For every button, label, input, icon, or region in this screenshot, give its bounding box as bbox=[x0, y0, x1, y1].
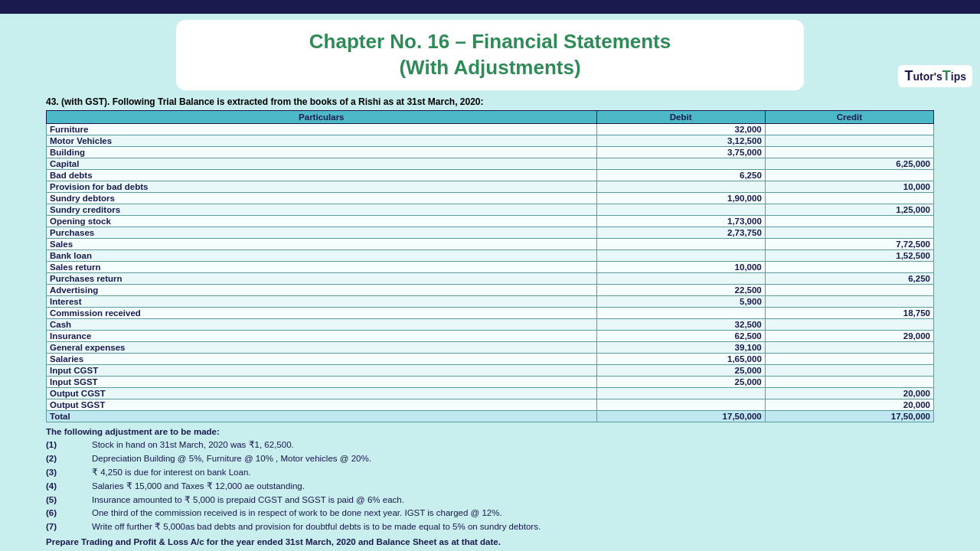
cell-credit bbox=[765, 123, 933, 135]
table-row: Input CGST25,000 bbox=[47, 364, 934, 376]
table-row: General expenses39,100 bbox=[47, 341, 934, 353]
final-instruction: Prepare Trading and Profit & Loss A/c fo… bbox=[46, 536, 934, 549]
adjustment-num: (2) bbox=[46, 452, 92, 466]
cell-credit: 20,000 bbox=[765, 399, 933, 410]
adjustment-num: (4) bbox=[46, 480, 92, 494]
header-box: Chapter No. 16 – Financial Statements (W… bbox=[176, 20, 804, 90]
cell-debit: 25,000 bbox=[596, 376, 765, 387]
table-row: Output CGST20,000 bbox=[47, 387, 934, 399]
adjustment-item: (7)Write off further ₹ 5,000as bad debts… bbox=[46, 520, 934, 534]
cell-credit bbox=[765, 146, 933, 158]
table-row: Interest5,900 bbox=[47, 295, 934, 307]
adjustments-heading: The following adjustment are to be made: bbox=[46, 425, 934, 439]
cell-credit: 10,000 bbox=[765, 181, 933, 192]
cell-debit: 1,90,000 bbox=[596, 192, 765, 204]
table-row: Sundry debtors1,90,000 bbox=[47, 192, 934, 204]
cell-particular: Input SGST bbox=[47, 376, 597, 387]
cell-credit bbox=[765, 192, 933, 204]
table-row: Purchases return6,250 bbox=[47, 272, 934, 284]
cell-particular: Opening stock bbox=[47, 215, 597, 227]
cell-credit bbox=[765, 261, 933, 272]
cell-credit bbox=[765, 227, 933, 238]
question-label: 43. (with GST). Following Trial Balance … bbox=[46, 96, 934, 107]
cell-debit bbox=[596, 158, 765, 169]
adjustment-text: Write off further ₹ 5,000as bad debts an… bbox=[92, 520, 934, 534]
cell-particular: Capital bbox=[47, 158, 597, 169]
adjustment-num: (3) bbox=[46, 466, 92, 480]
cell-debit bbox=[596, 387, 765, 399]
adjustment-item: (4)Salaries ₹ 15,000 and Taxes ₹ 12,000 … bbox=[46, 480, 934, 494]
cell-credit: 20,000 bbox=[765, 387, 933, 399]
cell-particular: Sales return bbox=[47, 261, 597, 272]
adjustment-text: Insurance amounted to ₹ 5,000 is prepaid… bbox=[92, 494, 934, 507]
cell-debit: 2,73,750 bbox=[596, 227, 765, 238]
table-row: Building3,75,000 bbox=[47, 146, 934, 158]
cell-credit bbox=[765, 215, 933, 227]
col-header-credit: Credit bbox=[765, 110, 933, 123]
cell-debit: 62,500 bbox=[596, 330, 765, 341]
table-row: Salaries1,65,000 bbox=[47, 353, 934, 364]
adjustment-num: (7) bbox=[46, 520, 92, 534]
cell-credit bbox=[765, 318, 933, 330]
cell-debit: 32,000 bbox=[596, 123, 765, 135]
cell-debit: 3,12,500 bbox=[596, 135, 765, 146]
cell-particular: Purchases return bbox=[47, 272, 597, 284]
content-area: 43. (with GST). Following Trial Balance … bbox=[46, 96, 934, 549]
trial-balance-table: Particulars Debit Credit Furniture32,000… bbox=[46, 110, 934, 422]
cell-particular: Furniture bbox=[47, 123, 597, 135]
adjustment-text: Salaries ₹ 15,000 and Taxes ₹ 12,000 ae … bbox=[92, 480, 934, 494]
cell-credit: 29,000 bbox=[765, 330, 933, 341]
cell-particular: Building bbox=[47, 146, 597, 158]
cell-credit: 17,50,000 bbox=[765, 410, 933, 422]
adjustment-text: One third of the commission received is … bbox=[92, 507, 934, 520]
cell-credit bbox=[765, 135, 933, 146]
table-row: Capital6,25,000 bbox=[47, 158, 934, 169]
cell-credit bbox=[765, 295, 933, 307]
cell-debit bbox=[596, 307, 765, 318]
cell-particular: Output SGST bbox=[47, 399, 597, 410]
table-row: Sales7,72,500 bbox=[47, 238, 934, 249]
table-row: Cash32,500 bbox=[47, 318, 934, 330]
table-row: Commission received18,750 bbox=[47, 307, 934, 318]
cell-debit: 10,000 bbox=[596, 261, 765, 272]
cell-credit: 1,25,000 bbox=[765, 204, 933, 215]
cell-credit: 1,52,500 bbox=[765, 249, 933, 261]
adjustment-text: ₹ 4,250 is due for interest on bank Loan… bbox=[92, 466, 934, 480]
cell-particular: Bank loan bbox=[47, 249, 597, 261]
table-row: Output SGST20,000 bbox=[47, 399, 934, 410]
table-row: Bad debts6,250 bbox=[47, 169, 934, 181]
adjustment-item: (6)One third of the commission received … bbox=[46, 507, 934, 520]
cell-particular: Input CGST bbox=[47, 364, 597, 376]
cell-credit bbox=[765, 376, 933, 387]
cell-debit: 25,000 bbox=[596, 364, 765, 376]
adjustment-item: (1)Stock in hand on 31st March, 2020 was… bbox=[46, 439, 934, 452]
table-row: Total17,50,00017,50,000 bbox=[47, 410, 934, 422]
adjustment-item: (5)Insurance amounted to ₹ 5,000 is prep… bbox=[46, 494, 934, 507]
adjustment-text: Stock in hand on 31st March, 2020 was ₹1… bbox=[92, 439, 934, 452]
cell-particular: Purchases bbox=[47, 227, 597, 238]
cell-particular: Commission received bbox=[47, 307, 597, 318]
table-row: Furniture32,000 bbox=[47, 123, 934, 135]
table-row: Provision for bad debts10,000 bbox=[47, 181, 934, 192]
table-row: Purchases2,73,750 bbox=[47, 227, 934, 238]
cell-debit bbox=[596, 272, 765, 284]
cell-particular: Motor Vehicles bbox=[47, 135, 597, 146]
table-row: Sundry creditors1,25,000 bbox=[47, 204, 934, 215]
cell-debit: 22,500 bbox=[596, 284, 765, 295]
adjustment-num: (1) bbox=[46, 439, 92, 452]
cell-credit bbox=[765, 284, 933, 295]
cell-credit: 18,750 bbox=[765, 307, 933, 318]
cell-particular: Sundry creditors bbox=[47, 204, 597, 215]
cell-particular: Advertising bbox=[47, 284, 597, 295]
cell-debit: 1,65,000 bbox=[596, 353, 765, 364]
adjustment-item: (2)Depreciation Building @ 5%, Furniture… bbox=[46, 452, 934, 466]
table-row: Sales return10,000 bbox=[47, 261, 934, 272]
cell-particular: General expenses bbox=[47, 341, 597, 353]
cell-debit: 3,75,000 bbox=[596, 146, 765, 158]
cell-debit bbox=[596, 204, 765, 215]
table-row: Motor Vehicles3,12,500 bbox=[47, 135, 934, 146]
cell-credit bbox=[765, 341, 933, 353]
cell-debit bbox=[596, 399, 765, 410]
cell-particular: Output CGST bbox=[47, 387, 597, 399]
cell-credit: 6,250 bbox=[765, 272, 933, 284]
